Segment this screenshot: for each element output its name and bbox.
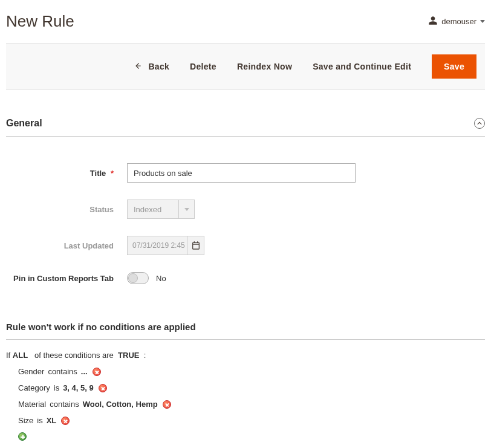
aggregator-link[interactable]: ALL	[13, 351, 28, 360]
condition-value[interactable]: ...	[81, 367, 88, 376]
save-continue-button[interactable]: Save and Continue Edit	[313, 62, 411, 71]
condition-operator[interactable]: contains	[48, 367, 77, 376]
condition-item: Category is 3, 4, 5, 9	[18, 383, 485, 392]
condition-attribute[interactable]: Size	[18, 416, 33, 425]
delete-button[interactable]: Delete	[190, 62, 216, 71]
chevron-up-icon[interactable]	[474, 118, 485, 129]
title-input[interactable]	[127, 163, 356, 183]
field-title: Title *	[6, 163, 485, 183]
pin-toggle[interactable]	[127, 272, 149, 284]
condition-operator[interactable]: contains	[50, 400, 79, 409]
field-last-updated: Last Updated 07/31/2019 2:45	[6, 236, 485, 255]
condition-value[interactable]: Wool, Cotton, Hemp	[83, 400, 158, 409]
condition-value[interactable]: 3, 4, 5, 9	[63, 383, 94, 392]
save-button[interactable]: Save	[432, 54, 476, 79]
pin-label: Pin in Custom Reports Tab	[6, 274, 127, 283]
required-asterisk: *	[111, 169, 114, 178]
calendar-icon	[187, 236, 204, 255]
page-title: New Rule	[6, 12, 74, 31]
condition-item: Size is XL	[18, 416, 485, 425]
general-form: Title * Status Indexed Last Updated 07/3…	[6, 137, 485, 284]
conditions-body: If ALL of these conditions are TRUE : Ge…	[6, 340, 485, 441]
field-status: Status Indexed	[6, 200, 485, 219]
conditions-title: Rule won't work if no conditions are app…	[6, 322, 196, 332]
chevron-down-icon	[480, 20, 485, 23]
condition-operator[interactable]: is	[54, 383, 59, 392]
user-icon	[428, 16, 438, 27]
condition-item: Material contains Wool, Cotton, Hemp	[18, 400, 485, 409]
status-value: Indexed	[128, 200, 178, 218]
page-header: New Rule demouser	[6, 0, 485, 43]
remove-condition-icon[interactable]	[61, 417, 70, 425]
remove-condition-icon[interactable]	[99, 384, 107, 392]
add-condition-row	[18, 432, 485, 441]
remove-condition-icon[interactable]	[163, 400, 171, 409]
last-updated-field: 07/31/2019 2:45	[127, 236, 204, 255]
section-title: General	[6, 118, 42, 129]
condition-attribute[interactable]: Category	[18, 383, 50, 392]
section-general-header[interactable]: General	[6, 90, 485, 137]
remove-condition-icon[interactable]	[93, 368, 101, 376]
arrow-left-icon	[134, 62, 142, 72]
user-name: demouser	[441, 17, 476, 26]
title-label: Title *	[6, 169, 127, 178]
field-pin: Pin in Custom Reports Tab No	[6, 272, 485, 284]
reindex-button[interactable]: Reindex Now	[237, 62, 292, 71]
back-button[interactable]: Back	[134, 62, 169, 72]
status-select: Indexed	[127, 200, 195, 219]
condition-attribute[interactable]: Gender	[18, 367, 44, 376]
action-toolbar: Back Delete Reindex Now Save and Continu…	[6, 43, 485, 90]
pin-value: No	[156, 274, 166, 283]
user-menu[interactable]: demouser	[428, 16, 485, 27]
condition-root: If ALL of these conditions are TRUE :	[6, 351, 485, 360]
last-updated-label: Last Updated	[6, 241, 127, 250]
chevron-down-icon	[178, 200, 194, 218]
status-label: Status	[6, 205, 127, 214]
condition-list: Gender contains ...Category is 3, 4, 5, …	[6, 367, 485, 441]
last-updated-value: 07/31/2019 2:45	[128, 236, 187, 255]
add-condition-icon[interactable]	[18, 432, 27, 441]
condition-attribute[interactable]: Material	[18, 400, 46, 409]
value-link[interactable]: TRUE	[118, 351, 139, 360]
section-conditions-header: Rule won't work if no conditions are app…	[6, 301, 485, 340]
condition-operator[interactable]: is	[37, 416, 42, 425]
condition-value[interactable]: XL	[47, 416, 57, 425]
condition-item: Gender contains ...	[18, 367, 485, 376]
